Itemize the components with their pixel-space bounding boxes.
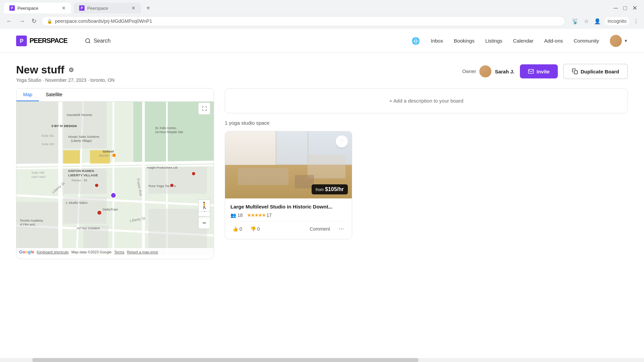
header-nav: 🌐 Inbox Bookings Listings Calendar Add-o… bbox=[412, 35, 628, 47]
board-title-text: New stuff bbox=[16, 64, 64, 76]
owner-name: Sarah J. bbox=[495, 69, 514, 74]
google-logo: Google bbox=[19, 249, 34, 254]
svg-text:Ad hoc Content: Ad hoc Content bbox=[76, 226, 100, 230]
svg-text:P: P bbox=[20, 38, 23, 44]
map-expand-button[interactable]: ⛶ bbox=[198, 103, 210, 115]
duplicate-icon bbox=[572, 68, 578, 74]
svg-rect-3 bbox=[528, 69, 533, 73]
svg-point-59 bbox=[97, 210, 102, 215]
tab2-close[interactable]: ✕ bbox=[131, 5, 136, 11]
browser-tab-1[interactable]: P Peerspace ✕ bbox=[4, 3, 71, 13]
svg-point-55 bbox=[170, 183, 174, 187]
browser-toolbar: ← → ↻ 🔒 peerspace.com/boards/prj-MGdGMPx… bbox=[0, 13, 644, 29]
search-nav-item[interactable]: Search bbox=[81, 35, 115, 47]
browser-tab-2[interactable]: P Peerspace ✕ bbox=[74, 3, 141, 13]
pegman-icon[interactable]: 🚶 bbox=[198, 199, 210, 212]
keyboard-shortcuts[interactable]: Keyboard shortcuts bbox=[37, 250, 69, 254]
tab2-favicon: P bbox=[79, 5, 85, 11]
page-content: New stuff ⚙ Yoga Studio · November 27, 2… bbox=[0, 53, 644, 270]
svg-text:LIBERTY VILLAGE: LIBERTY VILLAGE bbox=[68, 173, 98, 177]
map-data: Map data ©2023 Google bbox=[71, 250, 112, 254]
svg-text:Gameloft Toronto: Gameloft Toronto bbox=[66, 113, 92, 117]
svg-text:Insight Productions Ltd: Insight Productions Ltd bbox=[147, 166, 177, 169]
svg-rect-17 bbox=[16, 102, 58, 164]
back-button[interactable]: ← bbox=[4, 16, 14, 26]
new-tab-button[interactable]: + bbox=[144, 3, 153, 13]
terms-link[interactable]: Terms bbox=[114, 250, 124, 254]
svg-point-2 bbox=[86, 39, 90, 43]
minimize-icon[interactable]: ─ bbox=[613, 5, 618, 12]
nav-inbox[interactable]: Inbox bbox=[431, 38, 443, 44]
owner-section: Owner Sarah J. bbox=[462, 65, 515, 77]
add-description-button[interactable]: + Add a description to your board bbox=[225, 88, 628, 113]
map-zoom-out[interactable]: − bbox=[198, 217, 210, 229]
tab1-close[interactable]: ✕ bbox=[62, 5, 66, 11]
report-link[interactable]: Report a map error bbox=[127, 250, 158, 254]
capacity-item: 👥 18 bbox=[230, 213, 243, 218]
space-card: ♡ from $105/hr Large Multilevel Studio i… bbox=[225, 131, 352, 239]
svg-rect-4 bbox=[574, 71, 578, 74]
invite-button[interactable]: Invite bbox=[520, 64, 558, 78]
svg-text:UNIT #437: UNIT #437 bbox=[32, 175, 46, 179]
dislike-button[interactable]: 👎 0 bbox=[248, 224, 262, 234]
scrollbar-thumb[interactable] bbox=[32, 358, 419, 362]
tab1-label: Peerspace bbox=[17, 6, 38, 11]
map-tabs: Map Satellite bbox=[16, 88, 214, 102]
close-icon[interactable]: ✕ bbox=[632, 4, 637, 12]
settings-icon[interactable]: ⚙ bbox=[68, 66, 74, 74]
user-avatar bbox=[610, 35, 622, 47]
browser-titlebar: P Peerspace ✕ P Peerspace ✕ + ─ □ ✕ bbox=[0, 0, 644, 13]
map-tab-satellite[interactable]: Satellite bbox=[39, 88, 69, 101]
svg-text:Toronto Academy: Toronto Academy bbox=[20, 219, 43, 222]
board-title-row: New stuff ⚙ bbox=[16, 64, 462, 76]
space-count: 1 yoga studio space bbox=[225, 120, 628, 126]
board-actions: Owner Sarah J. Invite Duplicate Board bbox=[462, 64, 628, 79]
browser-chrome: P Peerspace ✕ P Peerspace ✕ + ─ □ ✕ ← → … bbox=[0, 0, 644, 29]
space-card-body: Large Multilevel Studio in Historic Down… bbox=[225, 198, 352, 239]
space-title[interactable]: Large Multilevel Studio in Historic Down… bbox=[230, 204, 346, 209]
svg-point-57 bbox=[192, 172, 196, 176]
address-bar[interactable]: 🔒 peerspace.com/boards/prj-MGdGMPxq0WnP1 bbox=[41, 16, 565, 26]
map-svg: Liberty St Liberty St Fraser Ave Gamelof… bbox=[16, 102, 214, 256]
forward-button[interactable]: → bbox=[17, 16, 27, 26]
reload-button[interactable]: ↻ bbox=[30, 16, 39, 26]
logo-text: PEERSPACE bbox=[30, 37, 67, 45]
profile-icon[interactable]: 👤 bbox=[593, 17, 602, 26]
menu-icon[interactable]: ⋮ bbox=[632, 17, 640, 26]
map-tab-map[interactable]: Map bbox=[16, 88, 39, 101]
nav-addons[interactable]: Add-ons bbox=[544, 38, 563, 44]
svg-text:KINTON RAMEN: KINTON RAMEN bbox=[68, 169, 94, 173]
duplicate-button[interactable]: Duplicate Board bbox=[563, 64, 628, 79]
maximize-icon[interactable]: □ bbox=[623, 5, 627, 12]
space-actions: 👍 0 👎 0 Comment ··· bbox=[230, 221, 346, 234]
logo[interactable]: P PEERSPACE bbox=[16, 36, 67, 46]
svg-text:of Film and...: of Film and... bbox=[20, 223, 37, 226]
svg-text:Suite 301: Suite 301 bbox=[42, 134, 54, 137]
tab2-label: Peerspace bbox=[87, 6, 108, 11]
svg-text:Mosaic Sales Solutions: Mosaic Sales Solutions bbox=[68, 135, 99, 138]
comment-button[interactable]: Comment bbox=[308, 224, 332, 234]
bookmark-icon[interactable]: ☆ bbox=[583, 17, 590, 26]
favorite-button[interactable]: ♡ bbox=[336, 135, 348, 147]
nav-listings[interactable]: Listings bbox=[485, 38, 502, 44]
invite-icon bbox=[528, 68, 534, 74]
globe-icon[interactable]: 🌐 bbox=[412, 37, 420, 45]
nav-community[interactable]: Community bbox=[574, 38, 599, 44]
nav-bookings[interactable]: Bookings bbox=[454, 38, 475, 44]
svg-text:Ramen · $$: Ramen · $$ bbox=[71, 179, 87, 182]
svg-text:School: School bbox=[103, 149, 114, 153]
svg-text:(Liberty Village): (Liberty Village) bbox=[71, 139, 92, 142]
owner-avatar bbox=[479, 65, 491, 77]
bottom-scrollbar[interactable] bbox=[0, 358, 644, 362]
svg-text:L Studio Salon: L Studio Salon bbox=[66, 201, 87, 204]
rating-count: 17 bbox=[267, 213, 272, 218]
duplicate-label: Duplicate Board bbox=[581, 69, 619, 74]
tab1-favicon: P bbox=[9, 5, 15, 11]
nav-calendar[interactable]: Calendar bbox=[513, 38, 534, 44]
incognito-label[interactable]: Incognito bbox=[605, 17, 629, 25]
cast-icon[interactable]: 📡 bbox=[571, 17, 580, 26]
like-button[interactable]: 👍 0 bbox=[230, 224, 244, 234]
user-menu[interactable]: ▼ bbox=[610, 35, 628, 47]
board-title-section: New stuff ⚙ Yoga Studio · November 27, 2… bbox=[16, 64, 462, 83]
more-options-button[interactable]: ··· bbox=[336, 224, 346, 234]
